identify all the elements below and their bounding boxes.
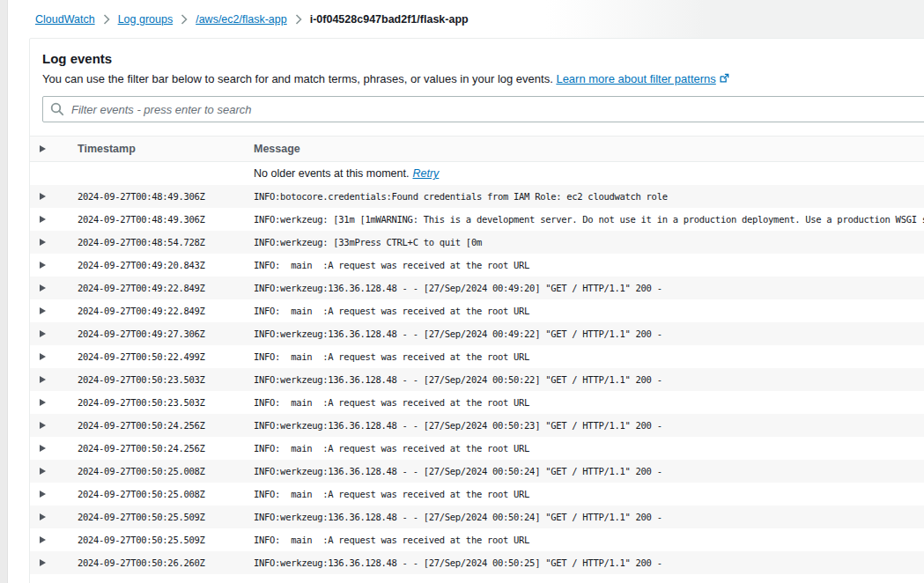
log-message: INFO:__main__:A request was received at … [242,535,924,545]
retry-link[interactable]: Retry [412,167,439,180]
log-row[interactable]: 2024-09-27T00:49:22.849Z INFO:werkzeug:1… [30,277,924,299]
log-timestamp: 2024-09-27T00:50:23.503Z [64,397,242,408]
log-row[interactable]: 2024-09-27T00:50:24.256Z INFO:__main__:A… [30,437,924,460]
log-row[interactable]: 2024-09-27T00:50:26.260Z INFO:werkzeug:1… [30,551,924,574]
log-row[interactable]: 2024-09-27T00:50:24.256Z INFO:werkzeug:1… [30,414,924,437]
expand-row-icon[interactable] [40,307,46,314]
log-message: INFO:werkzeug:136.36.128.48 - - [27/Sep/… [242,328,924,339]
log-message: INFO:__main__:A request was received at … [242,351,924,362]
expand-row-icon[interactable] [40,422,46,429]
expand-row-icon[interactable] [40,216,46,223]
log-timestamp: 2024-09-27T00:49:20.843Z [64,260,242,270]
log-message: INFO:werkzeug:136.36.128.48 - - [27/Sep/… [242,512,924,522]
breadcrumb-log-groups[interactable]: Log groups [118,13,174,26]
expand-row-icon[interactable] [40,399,46,406]
expand-row-icon[interactable] [40,536,46,543]
expand-row-icon[interactable] [40,239,46,246]
log-row[interactable]: 2024-09-27T00:48:54.728Z INFO:werkzeug: … [30,231,924,254]
log-timestamp: 2024-09-27T00:49:22.849Z [64,283,242,293]
log-message: INFO:__main__:A request was received at … [242,397,924,408]
log-events-table: Timestamp Message No older events at thi… [30,136,924,574]
chevron-right-icon [181,14,188,25]
log-message: INFO:werkzeug:136.36.128.48 - - [27/Sep/… [242,374,924,385]
page-title: Log events [42,51,924,67]
log-row[interactable]: 2024-09-27T00:48:49.306Z INFO:botocore.c… [30,185,924,208]
breadcrumb-cloudwatch[interactable]: CloudWatch [35,13,95,26]
log-rows-container: 2024-09-27T00:48:49.306Z INFO:botocore.c… [30,185,924,574]
expand-row-icon[interactable] [40,376,46,383]
expand-row-icon[interactable] [40,559,46,566]
log-timestamp: 2024-09-27T00:50:25.008Z [64,489,242,499]
log-row[interactable]: 2024-09-27T00:50:25.509Z INFO:__main__:A… [30,528,924,551]
log-timestamp: 2024-09-27T00:48:49.306Z [64,191,242,202]
log-timestamp: 2024-09-27T00:48:54.728Z [64,237,242,247]
log-row[interactable]: 2024-09-27T00:50:25.008Z INFO:__main__:A… [30,483,924,506]
log-timestamp: 2024-09-27T00:50:25.008Z [64,466,242,476]
expand-row-icon[interactable] [40,193,46,200]
log-timestamp: 2024-09-27T00:49:27.306Z [64,328,242,339]
log-message: INFO:__main__:A request was received at … [242,443,924,454]
log-row[interactable]: 2024-09-27T00:49:22.849Z INFO:__main__:A… [30,299,924,322]
log-message: INFO:__main__:A request was received at … [242,306,924,316]
breadcrumb-current-stream: i-0f04528c947bad2f1/flask-app [310,13,469,26]
log-timestamp: 2024-09-27T00:50:22.499Z [64,351,242,362]
breadcrumb-log-group-name[interactable]: /aws/ec2/flask-app [196,13,287,26]
expand-row-icon[interactable] [40,513,46,520]
log-message: INFO:werkzeug:136.36.128.48 - - [27/Sep/… [242,283,924,293]
search-icon [50,102,64,120]
log-events-panel: Log events You can use the filter bar be… [29,38,924,583]
expand-all-icon[interactable] [40,145,46,152]
chevron-right-icon [295,14,302,25]
log-row[interactable]: 2024-09-27T00:48:49.306Z INFO:werkzeug: … [30,208,924,231]
log-timestamp: 2024-09-27T00:50:23.503Z [64,374,242,385]
log-message: INFO:werkzeug:136.36.128.48 - - [27/Sep/… [242,557,924,568]
log-row[interactable]: 2024-09-27T00:50:23.503Z INFO:werkzeug:1… [30,368,924,391]
expand-row-icon[interactable] [40,491,46,498]
expand-all-cell [30,145,64,152]
log-message: INFO:werkzeug:136.36.128.48 - - [27/Sep/… [242,420,924,431]
filter-bar [42,96,924,122]
log-timestamp: 2024-09-27T00:50:25.509Z [64,512,242,522]
timestamp-column-header: Timestamp [64,143,242,155]
log-row[interactable]: 2024-09-27T00:50:25.008Z INFO:werkzeug:1… [30,460,924,483]
log-row[interactable]: 2024-09-27T00:50:23.503Z INFO:__main__:A… [30,391,924,414]
log-message: INFO:__main__:A request was received at … [242,489,924,499]
expand-row-icon[interactable] [40,284,46,292]
log-timestamp: 2024-09-27T00:50:25.509Z [64,535,242,545]
expand-row-icon[interactable] [40,445,46,452]
expand-row-icon[interactable] [40,468,46,475]
left-edge-strip [0,0,8,583]
learn-more-link[interactable]: Learn more about filter patterns [556,72,728,85]
expand-row-icon[interactable] [40,353,46,360]
log-message: INFO:botocore.credentials:Found credenti… [242,191,924,202]
log-timestamp: 2024-09-27T00:49:22.849Z [64,306,242,316]
log-row[interactable]: 2024-09-27T00:50:22.499Z INFO:__main__:A… [30,345,924,368]
filter-events-input[interactable] [42,96,924,122]
no-older-events-row: No older events at this moment.Retry [30,162,924,185]
log-timestamp: 2024-09-27T00:50:24.256Z [64,443,242,454]
expand-row-icon[interactable] [40,262,46,269]
log-message: INFO:werkzeug: [33mPress CTRL+C to quit … [242,237,924,247]
chevron-right-icon [103,14,110,25]
external-link-icon [719,73,729,87]
expand-row-icon[interactable] [40,330,46,337]
log-row[interactable]: 2024-09-27T00:50:25.509Z INFO:werkzeug:1… [30,506,924,528]
log-row[interactable]: 2024-09-27T00:49:27.306Z INFO:werkzeug:1… [30,322,924,345]
panel-description: You can use the filter bar below to sear… [42,72,924,87]
message-column-header: Message [242,143,924,155]
breadcrumb: CloudWatch Log groups /aws/ec2/flask-app… [35,11,469,28]
log-message: INFO:__main__:A request was received at … [242,260,924,270]
table-header-row: Timestamp Message [30,136,924,162]
log-message: INFO:werkzeug:136.36.128.48 - - [27/Sep/… [242,466,924,476]
log-row[interactable]: 2024-09-27T00:49:20.843Z INFO:__main__:A… [30,254,924,277]
log-message: INFO:werkzeug: [31m [1mWARNING: This is … [242,214,924,225]
panel-description-text: You can use the filter bar below to sear… [42,72,553,85]
no-older-events-message: No older events at this moment.Retry [242,167,924,180]
log-timestamp: 2024-09-27T00:48:49.306Z [64,214,242,225]
log-timestamp: 2024-09-27T00:50:24.256Z [64,420,242,431]
log-timestamp: 2024-09-27T00:50:26.260Z [64,557,242,568]
